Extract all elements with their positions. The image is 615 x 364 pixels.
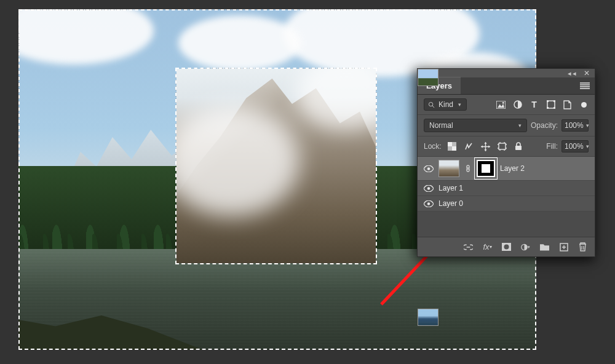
filter-shape-icon[interactable] <box>546 100 555 109</box>
cloud <box>178 15 301 71</box>
layer-name[interactable]: Layer 1 <box>438 184 463 192</box>
panel-collapse-bar[interactable]: ◂◂ ✕ <box>418 69 595 77</box>
layer-filter-kind[interactable]: Kind ▾ <box>424 98 467 111</box>
lock-artboard-icon[interactable] <box>498 142 507 151</box>
add-mask-icon[interactable] <box>502 242 511 251</box>
panel-tab-bar: Layers <box>418 77 595 95</box>
svg-rect-11 <box>554 107 555 109</box>
visibility-toggle-icon[interactable] <box>424 184 434 192</box>
new-layer-icon[interactable] <box>559 242 568 251</box>
panel-menu-icon[interactable] <box>580 82 590 90</box>
lock-label: Lock: <box>424 142 442 151</box>
layers-panel[interactable]: ◂◂ ✕ Layers Kind ▾ T Normal ▾ Opacity: <box>417 68 595 257</box>
fill-value: 100% <box>565 142 584 151</box>
layer-thumbnail[interactable] <box>418 69 438 86</box>
fill-input[interactable]: 100% ▾ <box>561 140 589 152</box>
svg-marker-4 <box>498 103 504 108</box>
delete-layer-icon[interactable] <box>578 242 587 251</box>
layer-row[interactable]: Layer 1 <box>418 181 595 196</box>
lock-transparency-icon[interactable] <box>448 142 457 151</box>
svg-rect-16 <box>515 146 522 150</box>
layer-thumbnail[interactable] <box>438 160 459 177</box>
blend-mode-select[interactable]: Normal ▾ <box>424 119 527 132</box>
panel-collapse-icon[interactable]: ◂◂ <box>568 69 577 77</box>
visibility-toggle-icon[interactable] <box>424 200 434 207</box>
selection-marquee-inner <box>175 68 377 264</box>
lock-fill-row: Lock: Fill: 100% ▾ <box>418 136 595 157</box>
svg-line-2 <box>432 105 434 107</box>
svg-rect-15 <box>499 143 506 149</box>
lock-position-icon[interactable] <box>481 142 490 151</box>
search-icon <box>428 101 435 108</box>
layer-list: Layer 2 Layer 1 Layer 0 <box>418 157 595 237</box>
chevron-down-icon: ▾ <box>518 122 522 129</box>
filter-adjustment-icon[interactable] <box>513 100 522 109</box>
svg-point-1 <box>429 102 432 106</box>
layer-row[interactable]: Layer 2 <box>418 157 595 181</box>
layer-name[interactable]: Layer 0 <box>438 199 463 208</box>
filter-kind-label: Kind <box>438 100 453 109</box>
filter-toggle-icon[interactable] <box>579 100 589 109</box>
filter-pixel-icon[interactable] <box>496 100 506 109</box>
layer-list-empty <box>418 212 595 237</box>
layer-effects-icon[interactable]: fx▾ <box>483 242 492 251</box>
svg-point-17 <box>427 167 430 170</box>
filter-type-icon[interactable]: T <box>530 100 539 109</box>
layer-filter-row: Kind ▾ T <box>418 95 595 115</box>
layer-mask-link-icon[interactable] <box>464 164 472 173</box>
svg-rect-14 <box>452 146 456 151</box>
lock-all-icon[interactable] <box>514 142 523 151</box>
chevron-down-icon: ▾ <box>586 143 589 149</box>
new-adjustment-layer-icon[interactable]: ▾ <box>521 242 530 251</box>
svg-point-18 <box>427 187 430 189</box>
svg-rect-8 <box>547 100 549 102</box>
panel-close-icon[interactable]: ✕ <box>584 69 590 77</box>
lock-image-icon[interactable] <box>464 142 474 151</box>
opacity-label: Opacity: <box>531 121 558 130</box>
chevron-down-icon: ▾ <box>586 122 589 129</box>
layer-thumbnail[interactable] <box>418 309 438 326</box>
opacity-value: 100% <box>565 121 584 130</box>
fill-label: Fill: <box>546 142 558 151</box>
opacity-input[interactable]: 100% ▾ <box>561 119 589 132</box>
visibility-toggle-icon[interactable] <box>424 165 434 172</box>
svg-point-19 <box>427 202 430 205</box>
new-group-icon[interactable] <box>540 242 549 251</box>
filter-smartobject-icon[interactable] <box>563 100 572 109</box>
chevron-down-icon: ▾ <box>458 101 461 108</box>
link-layers-icon[interactable] <box>464 242 473 251</box>
layer-mask-thumbnail[interactable] <box>477 160 495 177</box>
svg-point-21 <box>504 245 509 250</box>
layer-name[interactable]: Layer 2 <box>500 164 525 173</box>
blend-mode-value: Normal <box>429 121 453 130</box>
layers-panel-footer: fx▾ ▾ <box>418 237 595 256</box>
svg-point-5 <box>502 101 504 103</box>
svg-rect-10 <box>547 107 549 109</box>
blend-opacity-row: Normal ▾ Opacity: 100% ▾ <box>418 115 595 136</box>
svg-rect-9 <box>554 100 555 102</box>
svg-rect-13 <box>448 142 452 146</box>
layer-row[interactable]: Layer 0 <box>418 196 595 212</box>
